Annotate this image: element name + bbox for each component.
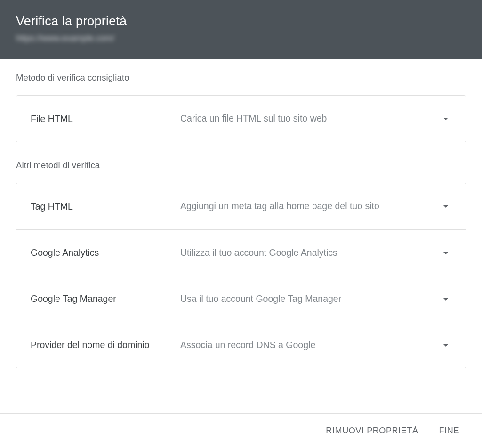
method-name: Google Tag Manager bbox=[31, 293, 180, 305]
recommended-section-label: Metodo di verifica consigliato bbox=[16, 73, 466, 83]
method-description: Aggiungi un meta tag alla home page del … bbox=[180, 200, 440, 212]
content-area: Metodo di verifica consigliato File HTML… bbox=[0, 59, 482, 368]
chevron-down-icon bbox=[440, 247, 451, 259]
method-description: Utilizza il tuo account Google Analytics bbox=[180, 246, 440, 259]
remove-property-button[interactable]: RIMUOVI PROPRIETÀ bbox=[317, 421, 426, 440]
dialog-footer: RIMUOVI PROPRIETÀ FINE bbox=[0, 413, 482, 448]
method-name: File HTML bbox=[31, 113, 180, 125]
recommended-methods-group: File HTML Carica un file HTML sul tuo si… bbox=[16, 95, 466, 142]
chevron-down-icon bbox=[440, 293, 451, 305]
done-button[interactable]: FINE bbox=[431, 421, 468, 440]
method-name: Tag HTML bbox=[31, 200, 180, 212]
other-methods-group: Tag HTML Aggiungi un meta tag alla home … bbox=[16, 183, 466, 368]
method-description: Carica un file HTML sul tuo sito web bbox=[180, 112, 440, 125]
method-google-tag-manager[interactable]: Google Tag Manager Usa il tuo account Go… bbox=[16, 276, 466, 322]
chevron-down-icon bbox=[440, 201, 451, 212]
method-tag-html[interactable]: Tag HTML Aggiungi un meta tag alla home … bbox=[16, 183, 466, 229]
dialog-title: Verifica la proprietà bbox=[16, 14, 466, 29]
method-name: Google Analytics bbox=[31, 246, 180, 259]
dialog-header: Verifica la proprietà https://www.exampl… bbox=[0, 0, 482, 59]
method-description: Associa un record DNS a Google bbox=[180, 339, 440, 351]
method-dns-provider[interactable]: Provider del nome di dominio Associa un … bbox=[16, 322, 466, 368]
method-description: Usa il tuo account Google Tag Manager bbox=[180, 293, 440, 305]
other-section-label: Altri metodi di verifica bbox=[16, 160, 466, 171]
method-file-html[interactable]: File HTML Carica un file HTML sul tuo si… bbox=[16, 96, 466, 142]
method-google-analytics[interactable]: Google Analytics Utilizza il tuo account… bbox=[16, 229, 466, 276]
chevron-down-icon bbox=[440, 113, 451, 124]
method-name: Provider del nome di dominio bbox=[31, 339, 180, 351]
dialog-subtitle: https://www.example.com/ bbox=[16, 33, 466, 43]
chevron-down-icon bbox=[440, 340, 451, 351]
